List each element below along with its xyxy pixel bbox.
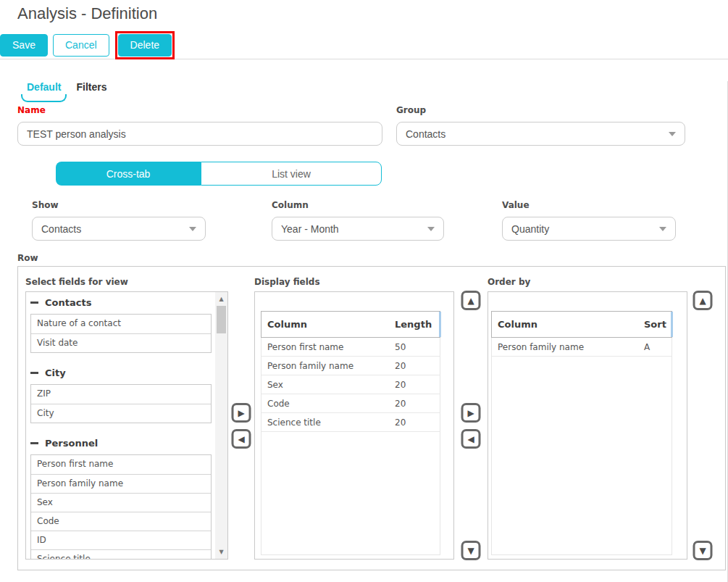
move-left-button[interactable]: ◀ bbox=[461, 429, 481, 449]
list-item[interactable]: Person first name bbox=[31, 455, 211, 474]
field-group-label: City bbox=[45, 367, 66, 378]
select-fields-column: Select fields for view ContactsNature of… bbox=[25, 267, 228, 570]
display-fields-title: Display fields bbox=[254, 277, 454, 288]
column-header: Column bbox=[492, 319, 644, 330]
table-row[interactable]: Code20 bbox=[262, 394, 440, 413]
display-fields-table: Column Length Person first name50Person … bbox=[261, 311, 440, 555]
length-header: Length bbox=[395, 319, 440, 330]
scroll-down-icon[interactable]: ▼ bbox=[215, 546, 227, 558]
order-by-table: Column Sort Person family nameA bbox=[491, 311, 672, 555]
value-select-value: Quantity bbox=[511, 223, 549, 235]
row-section-panel: Select fields for view ContactsNature of… bbox=[17, 266, 726, 570]
list-item[interactable]: Science title bbox=[31, 549, 211, 560]
table-cell: 50 bbox=[395, 342, 440, 352]
triangle-right-icon: ▶ bbox=[238, 409, 244, 417]
tab-default[interactable]: Default bbox=[27, 81, 61, 96]
group-label: Group bbox=[396, 105, 685, 115]
cancel-button[interactable]: Cancel bbox=[53, 34, 109, 57]
move-right-button[interactable]: ▶ bbox=[461, 403, 481, 423]
list-scrollbar[interactable]: ▲ ▼ bbox=[215, 292, 227, 559]
table-row[interactable]: Science title20 bbox=[262, 413, 440, 432]
name-field-wrap: Name bbox=[17, 105, 382, 146]
table-cell: 20 bbox=[395, 417, 440, 428]
triangle-left-icon: ◀ bbox=[238, 435, 244, 444]
triangle-up-icon: ▲ bbox=[467, 296, 474, 305]
scrollbar-thumb[interactable] bbox=[217, 306, 226, 333]
show-select[interactable]: Contacts bbox=[32, 217, 206, 241]
list-item[interactable]: ID bbox=[31, 531, 211, 549]
triangle-down-icon: ▼ bbox=[467, 546, 474, 555]
column-select-value: Year - Month bbox=[281, 223, 339, 235]
chevron-down-icon bbox=[659, 227, 666, 231]
field-group-label: Personnel bbox=[45, 438, 98, 449]
move-up-button[interactable]: ▲ bbox=[461, 291, 481, 310]
list-item[interactable]: ZIP bbox=[31, 385, 211, 404]
save-button[interactable]: Save bbox=[0, 34, 48, 57]
field-item-stack: ZIPCity bbox=[30, 384, 212, 423]
list-item[interactable]: City bbox=[31, 404, 211, 423]
triangle-left-icon: ◀ bbox=[467, 435, 474, 444]
list-item[interactable]: Nature of a contact bbox=[31, 315, 211, 333]
delete-button[interactable]: Delete bbox=[118, 34, 172, 57]
row-section-label: Row bbox=[17, 253, 727, 263]
value-label: Value bbox=[502, 200, 676, 210]
move-left-button[interactable]: ◀ bbox=[232, 429, 251, 449]
field-group-header: Personnel bbox=[30, 436, 212, 449]
value-field-wrap: Value Quantity bbox=[502, 200, 676, 241]
group-field-wrap: Group Contacts bbox=[396, 105, 685, 146]
group-select[interactable]: Contacts bbox=[396, 122, 685, 146]
show-field-wrap: Show Contacts bbox=[32, 200, 206, 241]
list-item[interactable]: Sex bbox=[31, 493, 211, 512]
name-input[interactable] bbox=[17, 122, 382, 146]
table-row[interactable]: Person first name50 bbox=[262, 338, 440, 357]
list-item[interactable]: Visit date bbox=[31, 333, 211, 352]
collapse-icon[interactable] bbox=[30, 302, 38, 304]
table-cell: Science title bbox=[262, 417, 395, 428]
move-up-button[interactable]: ▲ bbox=[693, 291, 713, 310]
table-cell: Person family name bbox=[492, 342, 644, 352]
field-group-header: Contacts bbox=[30, 296, 212, 309]
select-to-display-arrows: ▶ ◀ bbox=[228, 291, 254, 560]
move-right-button[interactable]: ▶ bbox=[232, 403, 251, 423]
display-fields-panel: Column Length Person first name50Person … bbox=[254, 291, 454, 560]
delete-highlight-annotation: Delete bbox=[115, 31, 175, 59]
table-cell: Sex bbox=[262, 380, 395, 390]
page-title: Analysis - Definition bbox=[0, 0, 728, 23]
table-cell: Code bbox=[262, 399, 395, 409]
display-fields-column: Display fields Column Length Person firs… bbox=[254, 267, 454, 570]
field-item-stack: Nature of a contactVisit date bbox=[30, 314, 212, 353]
order-by-header: Column Sort bbox=[491, 311, 672, 338]
column-header: Column bbox=[262, 319, 395, 330]
table-cell: Person first name bbox=[262, 342, 395, 352]
list-item[interactable]: Code bbox=[31, 512, 211, 531]
move-down-button[interactable]: ▼ bbox=[461, 541, 481, 560]
crosstab-toggle-button[interactable]: Cross-tab bbox=[56, 162, 201, 186]
field-group-header: City bbox=[30, 366, 212, 379]
order-by-body: Person family nameA bbox=[491, 338, 672, 555]
display-to-order-arrows: ▲ ▶ ◀ ▼ bbox=[454, 291, 488, 560]
chevron-down-icon bbox=[669, 132, 676, 136]
collapse-icon[interactable] bbox=[30, 442, 38, 444]
column-select[interactable]: Year - Month bbox=[272, 217, 444, 241]
list-item[interactable]: Person family name bbox=[31, 474, 211, 493]
table-row[interactable]: Person family name20 bbox=[262, 357, 440, 375]
display-fields-header: Column Length bbox=[261, 311, 440, 338]
tab-filters[interactable]: Filters bbox=[76, 81, 106, 96]
show-column-value-row: Show Contacts Column Year - Month Value … bbox=[32, 200, 727, 241]
table-cell: A bbox=[644, 342, 671, 352]
listview-toggle-button[interactable]: List view bbox=[201, 162, 382, 186]
sort-header: Sort bbox=[644, 319, 671, 330]
column-field-wrap: Column Year - Month bbox=[272, 200, 444, 241]
name-group-row: Name Group Contacts bbox=[17, 105, 727, 146]
table-row[interactable]: Person family nameA bbox=[492, 338, 671, 357]
table-row[interactable]: Sex20 bbox=[262, 375, 440, 394]
scroll-up-icon[interactable]: ▲ bbox=[215, 293, 227, 305]
field-group-label: Contacts bbox=[45, 297, 91, 308]
table-cell: 20 bbox=[395, 361, 440, 371]
name-label: Name bbox=[17, 105, 382, 115]
select-fields-list: ContactsNature of a contactVisit dateCit… bbox=[25, 291, 228, 560]
collapse-icon[interactable] bbox=[30, 372, 38, 374]
move-down-button[interactable]: ▼ bbox=[693, 541, 713, 560]
triangle-right-icon: ▶ bbox=[467, 409, 474, 417]
value-select[interactable]: Quantity bbox=[502, 217, 676, 241]
